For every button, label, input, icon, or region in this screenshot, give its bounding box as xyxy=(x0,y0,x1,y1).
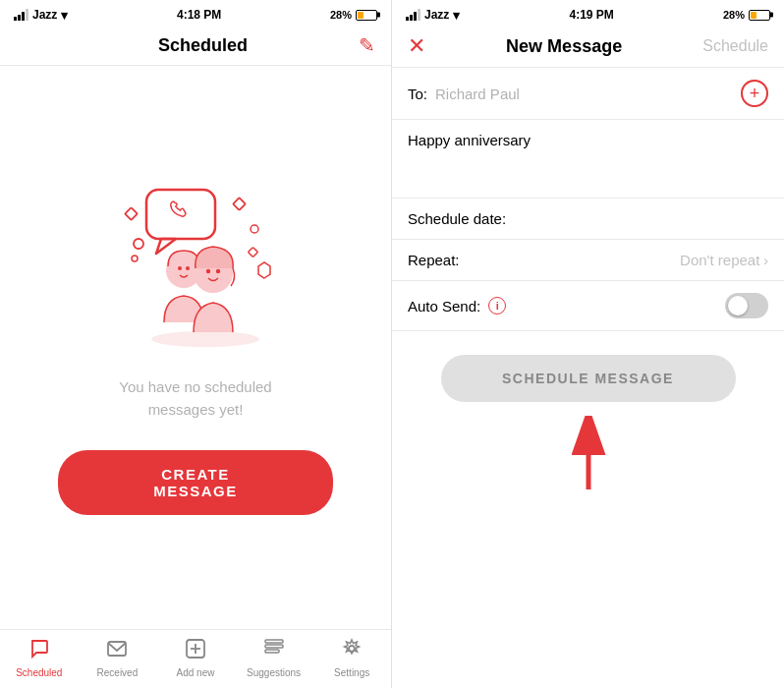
status-bar-left: Jazz ▾ 4:18 PM 28% xyxy=(0,0,391,28)
empty-text: You have no scheduled messages yet! xyxy=(119,376,271,421)
svg-point-15 xyxy=(216,269,220,273)
svg-marker-2 xyxy=(156,239,176,254)
to-value[interactable]: Richard Paul xyxy=(435,86,741,102)
time-label-left: 4:18 PM xyxy=(177,8,221,22)
received-tab-label: Received xyxy=(97,667,139,678)
add-new-tab-label: Add new xyxy=(177,667,215,678)
settings-tab-label: Settings xyxy=(334,667,369,678)
repeat-label: Repeat: xyxy=(408,252,680,268)
svg-point-8 xyxy=(251,225,258,233)
svg-point-12 xyxy=(186,266,190,270)
to-field-row: To: Richard Paul + xyxy=(392,68,784,120)
battery-percent-right: 28% xyxy=(723,9,745,21)
illustration xyxy=(97,180,294,357)
battery-percent-left: 28% xyxy=(330,9,352,21)
svg-point-0 xyxy=(151,331,259,347)
right-panel: Jazz ▾ 4:19 PM 28% ✕ New Message Schedul… xyxy=(392,0,784,688)
scheduled-tab-label: Scheduled xyxy=(16,667,62,678)
tab-scheduled[interactable]: Scheduled xyxy=(10,638,69,678)
battery-icon-left xyxy=(356,10,377,21)
scheduled-tab-icon xyxy=(28,638,50,664)
carrier-label: Jazz xyxy=(32,8,57,22)
add-recipient-button[interactable]: + xyxy=(741,80,768,107)
right-status-right: 28% xyxy=(723,9,770,21)
carrier-label-right: Jazz xyxy=(424,8,449,22)
tab-suggestions[interactable]: Suggestions xyxy=(245,638,304,678)
settings-tab-icon xyxy=(341,638,363,664)
svg-rect-16 xyxy=(108,642,126,656)
time-label-right: 4:19 PM xyxy=(569,8,613,22)
svg-rect-3 xyxy=(125,207,138,220)
schedule-date-label: Schedule date: xyxy=(408,210,506,227)
tab-bar-left: Scheduled Received Add new xyxy=(0,629,391,688)
auto-send-label: Auto Send: xyxy=(408,298,480,315)
svg-rect-21 xyxy=(265,645,283,648)
new-message-form: To: Richard Paul + Happy anniversary Sch… xyxy=(392,68,784,688)
left-status: Jazz ▾ xyxy=(14,8,68,23)
tab-received[interactable]: Received xyxy=(87,638,146,678)
page-title-left: Scheduled xyxy=(158,35,248,56)
red-arrow-icon xyxy=(549,416,628,494)
wifi-icon-right: ▾ xyxy=(453,8,460,23)
svg-rect-20 xyxy=(265,640,283,643)
svg-point-11 xyxy=(178,266,182,270)
svg-rect-5 xyxy=(249,248,258,258)
svg-rect-4 xyxy=(233,198,246,210)
schedule-message-button[interactable]: SCHEDULE MESSAGE xyxy=(441,355,736,402)
battery-icon-right xyxy=(749,10,770,21)
message-text: Happy anniversary xyxy=(408,132,531,148)
wifi-icon: ▾ xyxy=(61,8,68,23)
left-status-right: Jazz ▾ xyxy=(406,8,460,23)
empty-state-container: You have no scheduled messages yet! CREA… xyxy=(0,66,391,629)
auto-send-info-icon[interactable]: i xyxy=(488,297,506,315)
toggle-knob xyxy=(728,296,748,315)
close-icon[interactable]: ✕ xyxy=(408,33,425,59)
signal-icon xyxy=(14,9,28,21)
svg-rect-22 xyxy=(265,650,279,653)
svg-rect-1 xyxy=(146,190,215,239)
auto-send-toggle[interactable] xyxy=(725,293,768,318)
nav-bar-left: Scheduled ✎ xyxy=(0,28,391,66)
repeat-value: Don't repeat xyxy=(680,252,759,268)
suggestions-tab-label: Suggestions xyxy=(247,667,301,678)
signal-icon-right xyxy=(406,9,420,21)
tab-settings[interactable]: Settings xyxy=(322,638,381,678)
tab-add-new[interactable]: Add new xyxy=(166,638,225,678)
right-status-left: 28% xyxy=(330,9,377,21)
create-message-button[interactable]: CREATE MESSAGE xyxy=(58,450,333,515)
repeat-row[interactable]: Repeat: Don't repeat › xyxy=(392,239,784,280)
nav-bar-right: ✕ New Message Schedule xyxy=(392,28,784,68)
add-new-tab-icon xyxy=(185,638,206,664)
compose-icon[interactable]: ✎ xyxy=(359,33,375,57)
svg-marker-9 xyxy=(258,262,270,278)
schedule-nav-label[interactable]: Schedule xyxy=(702,37,768,55)
schedule-date-row: Schedule date: xyxy=(392,199,784,239)
chevron-right-icon: › xyxy=(763,253,768,268)
svg-point-14 xyxy=(206,269,210,273)
status-bar-right: Jazz ▾ 4:19 PM 28% xyxy=(392,0,784,28)
svg-point-6 xyxy=(134,239,143,249)
svg-point-7 xyxy=(132,256,138,261)
message-body-area[interactable]: Happy anniversary xyxy=(392,120,784,199)
received-tab-icon xyxy=(106,638,128,664)
left-panel: Jazz ▾ 4:18 PM 28% Scheduled ✎ xyxy=(0,0,392,688)
schedule-button-area: SCHEDULE MESSAGE xyxy=(392,331,784,426)
auto-send-row: Auto Send: i xyxy=(392,280,784,331)
suggestions-tab-icon xyxy=(263,638,285,664)
page-title-right: New Message xyxy=(506,36,622,57)
toggle-switch[interactable] xyxy=(725,293,768,318)
to-label: To: xyxy=(408,86,427,102)
arrow-indicator xyxy=(392,416,784,494)
